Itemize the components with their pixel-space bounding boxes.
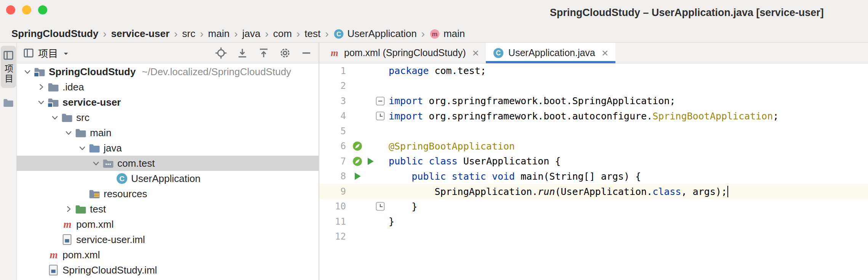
maven-icon: m [328,47,340,59]
code-line-11[interactable]: 11} [319,214,868,229]
project-view-selector[interactable]: 项目 [23,46,70,60]
tree-row-java[interactable]: java [17,140,319,156]
chevron-spacer [50,219,60,230]
code-line-12[interactable]: 12 [319,229,868,245]
code-line-2[interactable]: 2 [319,79,868,94]
code-line-6[interactable]: 6@SpringBootApplication [319,139,868,154]
svg-text:m: m [432,30,438,37]
expand-all-icon[interactable] [258,47,270,59]
tree-row-test[interactable]: test [17,201,319,217]
breadcrumb-item-java[interactable]: java [242,28,261,40]
gutter [346,63,389,79]
editor-area: mpom.xml (SpringCloudStudy)×CUserApplica… [319,43,868,280]
fold-end-icon[interactable] [375,201,386,212]
tree-label: SpringCloudStudy [49,66,136,78]
project-tool-window-button[interactable]: 项目 [1,46,16,88]
locate-icon[interactable] [215,47,227,59]
code-line-1[interactable]: 1package com.test; [319,63,868,79]
fold-icon[interactable] [375,96,386,106]
tree-row-src[interactable]: src [17,110,319,125]
gutter [346,199,389,214]
code-text: package com.test; [389,65,486,76]
code-line-5[interactable]: 5 [319,124,868,139]
minimize-window-button[interactable] [22,5,31,14]
gutter [346,139,389,154]
iml-icon [61,233,73,246]
tab-UserApplication.java[interactable]: CUserApplication.java× [486,43,615,63]
chevron-collapsed-icon[interactable] [36,82,46,92]
folder-icon [47,81,59,93]
tree-label: pom.xml [62,249,100,261]
class-icon: C [116,172,128,185]
project-toolbar-actions [215,47,312,59]
chevron-expanded-icon[interactable] [36,97,46,108]
tab-close-icon[interactable]: × [602,47,609,59]
tree-row-com.test[interactable]: com.test [17,156,319,171]
tool-window-stripe: 项目 [0,43,17,280]
gutter [346,214,389,229]
breadcrumb-item-test[interactable]: test [304,28,320,40]
tree-row-SpringCloudStudy.iml[interactable]: SpringCloudStudy.iml [17,262,319,278]
folder-tool-window-icon[interactable] [3,97,14,108]
project-tree: SpringCloudStudy~/Dev.localized/SpringCl… [17,63,319,280]
settings-icon[interactable] [279,47,291,59]
chevron-expanded-icon[interactable] [91,158,101,169]
tree-label: java [104,142,122,154]
run-icon[interactable] [365,156,376,167]
zoom-window-button[interactable] [38,5,47,14]
code-line-10[interactable]: 10 } [319,199,868,214]
code-line-8[interactable]: 8 public static void main(String[] args)… [319,169,868,184]
chevron-expanded-icon[interactable] [50,112,60,123]
tree-row-UserApplication[interactable]: CUserApplication [17,171,319,186]
tree-row-SpringCloudStudy[interactable]: SpringCloudStudy~/Dev.localized/SpringCl… [17,64,319,79]
breadcrumb-item-service-user[interactable]: service-user [111,28,170,40]
tree-row-service-user[interactable]: service-user [17,95,319,110]
breadcrumb-separator: › [174,28,178,40]
tree-row-.idea[interactable]: .idea [17,79,319,95]
code-line-4[interactable]: 4import org.springframework.boot.autocon… [319,109,868,124]
tab-pom.xml (SpringCloudStudy)[interactable]: mpom.xml (SpringCloudStudy)× [322,43,486,63]
breadcrumb-separator: › [200,28,203,40]
code-line-7[interactable]: 7public class UserApplication { [319,154,868,169]
breadcrumb-separator: › [103,28,106,40]
run-icon[interactable] [352,171,363,182]
close-window-button[interactable] [6,5,15,14]
project-panel-header: 项目 [17,43,319,63]
breadcrumb-label: service-user [111,28,170,40]
breadcrumb-item-main[interactable]: main [208,28,229,40]
hide-icon[interactable] [300,47,312,59]
tree-row-main[interactable]: main [17,125,319,140]
breadcrumb-item-com[interactable]: com [273,28,292,40]
breadcrumb-item-src[interactable]: src [182,28,195,40]
bean-icon[interactable] [352,141,363,151]
code-line-3[interactable]: 3import org.springframework.boot.SpringA… [319,93,868,109]
package-icon [102,157,114,169]
tree-row-partial[interactable] [17,278,319,280]
breadcrumb: SpringCloudStudy›service-user›src›main›j… [0,25,868,43]
tree-row-pom.xml[interactable]: mpom.xml [17,217,319,232]
tree-row-resources[interactable]: resources [17,186,319,201]
tree-label: com.test [117,158,155,169]
chevron-expanded-icon[interactable] [63,127,74,138]
bean-icon[interactable] [352,156,363,167]
chevron-expanded-icon[interactable] [22,66,33,77]
breadcrumb-item-main[interactable]: mmain [429,28,465,40]
code-text: public class UserApplication { [389,156,561,167]
breadcrumb-separator: › [234,28,237,40]
chevron-expanded-icon[interactable] [77,143,88,153]
line-number: 11 [319,216,346,227]
line-number: 2 [319,80,346,91]
fold-end-icon[interactable] [375,111,386,121]
breadcrumb-item-UserApplication[interactable]: CUserApplication [333,28,417,40]
tab-close-icon[interactable]: × [472,47,479,59]
tree-row-service-user.iml[interactable]: service-user.iml [17,232,319,247]
chevron-collapsed-icon[interactable] [63,204,74,214]
collapse-all-icon[interactable] [236,47,248,59]
code-line-9[interactable]: 9 SpringApplication.run(UserApplication.… [319,184,868,199]
chevron-spacer [36,265,46,275]
tree-row-pom.xml[interactable]: mpom.xml [17,247,319,262]
breadcrumb-item-SpringCloudStudy[interactable]: SpringCloudStudy [11,28,98,40]
code-area[interactable]: 1package com.test;23import org.springfra… [319,63,868,280]
svg-text:m: m [63,219,71,230]
resources-folder-icon [88,188,101,200]
